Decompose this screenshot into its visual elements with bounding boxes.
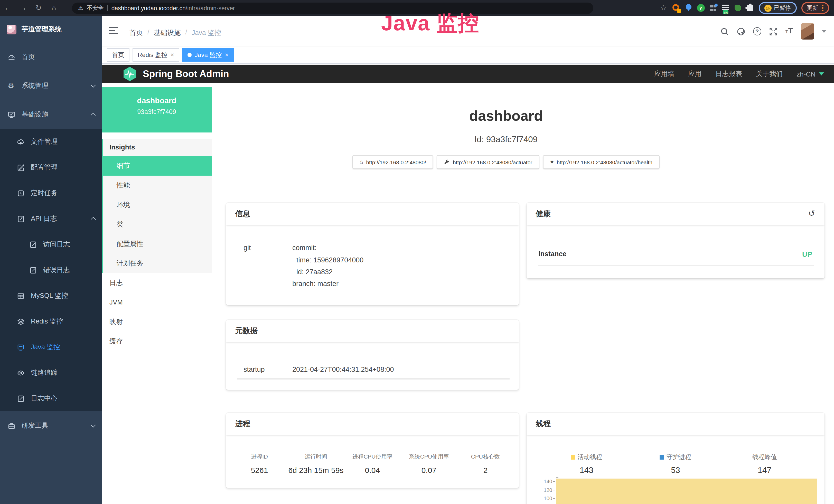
github-icon[interactable]	[737, 27, 745, 36]
sba-nav-wallboard[interactable]: 应用墙	[654, 69, 674, 78]
extension-orange-icon[interactable]	[672, 4, 680, 12]
omnibox-divider	[107, 5, 108, 11]
sba-menu-scheduled-tasks[interactable]: 计划任务	[103, 254, 212, 273]
user-avatar[interactable]	[800, 23, 814, 40]
log-edit-icon	[17, 215, 25, 223]
breadcrumb: 首页 / 基础设施 / Java 监控	[129, 28, 221, 38]
sidebar-item-redis-monitor[interactable]: Redis 监控	[0, 308, 102, 334]
sba-menu-logs[interactable]: 日志	[102, 273, 212, 293]
extension-leaf-icon[interactable]	[734, 4, 742, 12]
wrench-icon	[444, 159, 450, 165]
sba-menu-caches[interactable]: 缓存	[102, 332, 212, 351]
browser-back-icon[interactable]: ←	[0, 0, 16, 16]
browser-update-button[interactable]: 更新	[801, 2, 829, 14]
git-commit-line: commit:	[292, 244, 317, 252]
extensions-puzzle-icon[interactable]	[746, 4, 754, 12]
col-header-process-cpu: 进程CPU使用率	[344, 453, 401, 461]
extension-pin-icon[interactable]	[684, 4, 692, 12]
value-system-cpu: 0.07	[401, 466, 457, 475]
sba-menu-details[interactable]: 细节	[103, 156, 212, 176]
sidebar-item-java-monitor[interactable]: Java 监控	[0, 334, 102, 360]
tab-close-icon[interactable]: ×	[171, 51, 174, 59]
sba-menu-environment[interactable]: 环境	[103, 195, 212, 215]
row-divider	[237, 379, 510, 380]
sba-menu-config-props[interactable]: 配置属性	[103, 234, 212, 254]
info-panel: 信息 git commit: time: 1596289704000 id: 2…	[226, 203, 519, 305]
sba-nav-about[interactable]: 关于我们	[756, 69, 783, 78]
bookmark-star-icon[interactable]: ☆	[659, 0, 667, 16]
sidebar-item-config-mgmt[interactable]: 配置管理	[0, 155, 102, 180]
edit-icon	[17, 164, 25, 171]
breadcrumb-infrastructure[interactable]: 基础设施	[154, 28, 180, 38]
sidebar-item-log-center[interactable]: 日志中心	[0, 386, 102, 411]
browser-home-icon[interactable]: ⌂	[46, 0, 62, 16]
extension-switch-icon[interactable]: on	[722, 4, 729, 12]
sba-sidebar: dashboard 93a3fc7f7409 Insights 细节 性能 环境…	[102, 83, 212, 504]
col-header-pid: 进程ID	[231, 453, 288, 461]
sidebar-item-file-mgmt[interactable]: 文件管理	[0, 129, 102, 155]
security-label: 不安全	[87, 4, 104, 12]
sidebar-item-scheduled-jobs[interactable]: 定时任务	[0, 180, 102, 206]
tab-home[interactable]: 首页	[107, 48, 129, 62]
value-uptime: 6d 23h 15m 59s	[288, 466, 344, 475]
sidebar-item-error-logs[interactable]: 错误日志	[0, 257, 102, 283]
sidebar-item-tracing[interactable]: 链路追踪	[0, 360, 102, 386]
hamburger-icon[interactable]	[109, 27, 118, 35]
sba-menu-jvm[interactable]: JVM	[102, 293, 212, 312]
process-table-header: 进程ID 运行时间 进程CPU使用率 系统CPU使用率 CPU核心数	[231, 453, 514, 461]
history-icon[interactable]: ↺	[807, 209, 816, 218]
font-size-icon[interactable]: TT	[786, 26, 793, 37]
value-daemon-threads: 53	[631, 466, 720, 475]
git-id-line: id: 27aa832	[297, 268, 333, 276]
extension-y-icon[interactable]: y	[697, 4, 705, 12]
sba-insights-block: Insights 细节 性能 环境 类 配置属性 计划任务	[102, 139, 212, 273]
tab-java-monitor[interactable]: Java 监控 ×	[182, 48, 234, 62]
col-header-uptime: 运行时间	[288, 453, 344, 461]
browser-forward-icon[interactable]: →	[16, 0, 31, 16]
url-host: dashboard.yudao.iocoder.cn/infra/admin-s…	[111, 5, 235, 11]
security-warning-icon: ⚠	[78, 5, 83, 11]
sba-menu-classes[interactable]: 类	[103, 215, 212, 234]
instance-title: dashboard	[212, 108, 800, 124]
sidebar-item-label: MySQL 监控	[31, 291, 68, 300]
sba-instance-name: dashboard	[102, 96, 212, 105]
user-menu-caret-icon[interactable]	[822, 30, 826, 32]
sba-menu-section-label: Insights	[103, 139, 212, 156]
breadcrumb-home[interactable]: 首页	[129, 28, 143, 38]
sba-menu-mappings[interactable]: 映射	[102, 312, 212, 332]
help-icon[interactable]: ?	[753, 27, 761, 36]
app-main-column: 首页 / 基础设施 / Java 监控 ? TT	[102, 16, 834, 504]
sba-nav-journal[interactable]: 日志报表	[715, 69, 742, 78]
sidebar-item-system-mgmt[interactable]: ⚙ 系统管理	[0, 71, 102, 100]
instance-id-line: Id: 93a3fc7f7409	[212, 135, 800, 144]
sba-logo-icon	[123, 66, 137, 82]
sba-menu-metrics[interactable]: 性能	[103, 176, 212, 195]
sidebar-item-api-logs[interactable]: API 日志	[0, 206, 102, 232]
legend-blue-swatch	[660, 455, 664, 460]
sidebar-item-infrastructure[interactable]: 基础设施	[0, 100, 102, 129]
sidebar-item-dev-tools[interactable]: 研发工具	[0, 411, 102, 440]
sidebar-item-home[interactable]: 首页	[0, 43, 102, 71]
actuator-url-button[interactable]: http://192.168.0.2:48080/actuator	[437, 155, 540, 169]
browser-profile-chip[interactable]: ☺ 已暂停	[759, 2, 796, 14]
extension-grid-icon[interactable]	[709, 4, 717, 12]
sidebar-item-label: Java 监控	[31, 343, 60, 352]
browser-reload-icon[interactable]: ↻	[31, 0, 46, 16]
sba-nav-applications[interactable]: 应用	[688, 69, 701, 78]
sidebar-item-access-logs[interactable]: 访问日志	[0, 232, 102, 257]
tab-redis-monitor[interactable]: Redis 监控 ×	[133, 48, 179, 62]
fullscreen-icon[interactable]	[769, 27, 778, 36]
chrome-menu-icon[interactable]	[822, 5, 823, 11]
sba-instance-box[interactable]: dashboard 93a3fc7f7409	[102, 87, 212, 133]
sba-locale-select[interactable]: zh-CN	[796, 70, 824, 78]
health-panel: 健康 ↺ Instance UP	[527, 203, 825, 278]
health-url-button[interactable]: ♥ http://192.168.0.2:48080/actuator/heal…	[543, 155, 660, 169]
home-icon: ⌂	[359, 159, 363, 165]
tab-close-icon[interactable]: ×	[225, 51, 228, 59]
address-bar[interactable]: ⚠ 不安全 dashboard.yudao.iocoder.cn/infra/a…	[72, 2, 593, 14]
service-url-button[interactable]: ⌂ http://192.168.0.2:48080/	[352, 155, 433, 169]
app-logo-row[interactable]: 芋道管理系统	[0, 16, 102, 43]
search-icon[interactable]	[720, 27, 729, 36]
page: ← → ↻ ⌂ ⚠ 不安全 dashboard.yudao.iocoder.cn…	[0, 0, 834, 504]
sidebar-item-mysql-monitor[interactable]: MySQL 监控	[0, 283, 102, 308]
